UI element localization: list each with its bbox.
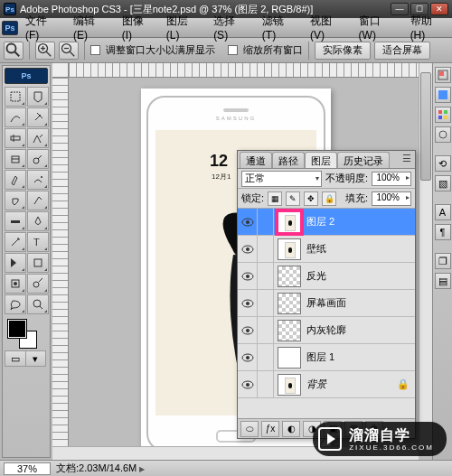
tab-history[interactable]: 历史记录 <box>337 152 390 168</box>
link-column[interactable] <box>258 317 274 344</box>
resize-window-checkbox[interactable] <box>90 45 100 55</box>
layer-row[interactable]: 背景🔒 <box>238 371 415 398</box>
fill-input[interactable]: 100% <box>372 191 411 206</box>
doc-size-label[interactable]: 文档:2.03M/14.6M <box>56 462 145 475</box>
layer-thumbnail[interactable] <box>278 211 301 233</box>
menu-image[interactable]: 图像(I) <box>117 12 159 43</box>
opacity-input[interactable]: 100% <box>372 172 411 186</box>
lock-pixels-icon[interactable]: ✎ <box>286 191 300 206</box>
dock-paragraph-icon[interactable]: ¶ <box>435 224 451 240</box>
layer-thumbnail[interactable] <box>278 320 301 341</box>
quickmask-toggle[interactable]: ▭▾ <box>5 350 46 367</box>
dock-history-icon[interactable]: ⟲ <box>435 155 451 172</box>
visibility-toggle[interactable] <box>238 317 258 344</box>
visibility-toggle[interactable] <box>238 263 258 290</box>
menu-window[interactable]: 窗口(W) <box>353 12 403 43</box>
foreground-swatch[interactable] <box>8 320 26 338</box>
lock-all-icon[interactable]: 🔒 <box>322 191 336 206</box>
layer-name[interactable]: 壁纸 <box>305 242 415 256</box>
zoom-tool[interactable] <box>27 294 49 314</box>
crop-tool[interactable] <box>5 128 26 148</box>
layer-fx-icon[interactable]: ƒx <box>261 421 279 437</box>
zoom-tool-preset[interactable] <box>4 42 24 60</box>
layer-row[interactable]: 反光 <box>238 263 415 290</box>
layer-row[interactable]: 内灰轮廓 <box>238 317 415 344</box>
visibility-toggle[interactable] <box>238 371 258 398</box>
layer-name[interactable]: 图层 2 <box>305 215 415 229</box>
slice-tool[interactable] <box>27 128 49 148</box>
menu-select[interactable]: 选择(S) <box>208 12 255 43</box>
brush-tool[interactable] <box>27 149 49 169</box>
path-select-tool[interactable] <box>5 253 26 273</box>
ruler-origin[interactable] <box>52 63 69 78</box>
layer-row[interactable]: 图层 1 <box>238 344 415 371</box>
link-column[interactable] <box>258 236 274 263</box>
scrollbar-thumb[interactable] <box>420 72 431 181</box>
visibility-toggle[interactable] <box>238 290 258 317</box>
menu-edit[interactable]: 编辑(E) <box>68 12 115 43</box>
lock-position-icon[interactable]: ✥ <box>304 191 318 206</box>
lock-transparency-icon[interactable]: ▦ <box>268 191 282 206</box>
dock-navigator-icon[interactable] <box>435 67 451 83</box>
eraser-tool[interactable] <box>5 191 26 210</box>
layer-row[interactable]: 壁纸 <box>238 236 415 263</box>
layer-thumbnail[interactable] <box>278 374 301 396</box>
tab-layers[interactable]: 图层 <box>305 152 337 168</box>
blend-mode-select[interactable]: 正常 <box>241 171 322 187</box>
scrollbar-vertical[interactable] <box>419 63 432 446</box>
magic-wand-tool[interactable] <box>27 107 49 127</box>
dock-color-icon[interactable] <box>435 87 451 103</box>
history-brush-tool[interactable] <box>27 170 49 190</box>
pen-tool[interactable] <box>5 232 26 252</box>
dock-layers-icon[interactable]: ❐ <box>435 253 451 269</box>
zoom-field[interactable]: 37% <box>4 462 51 475</box>
gradient-tool[interactable] <box>27 191 49 210</box>
panel-menu-icon[interactable]: ☰ <box>399 151 415 168</box>
move-tool[interactable] <box>27 87 49 107</box>
layer-thumbnail[interactable] <box>278 293 301 314</box>
layer-thumbnail[interactable] <box>278 266 301 287</box>
visibility-toggle[interactable] <box>238 236 258 263</box>
layer-name[interactable]: 背景 <box>305 378 397 391</box>
link-column[interactable] <box>258 209 274 236</box>
layers-panel[interactable]: 通道 路径 图层 历史记录 ☰ 正常 不透明度: 100% 锁定: ▦ ✎ ✥ … <box>237 150 416 439</box>
layer-row[interactable]: 屏幕画面 <box>238 290 415 317</box>
layer-thumbnail[interactable] <box>278 347 301 369</box>
blur-tool[interactable] <box>5 211 26 231</box>
layer-row[interactable]: 图层 2 <box>238 209 415 236</box>
actual-pixels-button[interactable]: 实际像素 <box>315 42 371 60</box>
dock-character-icon[interactable]: A <box>435 204 451 220</box>
ruler-vertical[interactable] <box>52 78 69 460</box>
dock-swatches-icon[interactable] <box>435 107 451 123</box>
lasso-tool[interactable] <box>5 107 26 127</box>
layer-name[interactable]: 图层 1 <box>305 350 415 364</box>
app-icon-small[interactable]: Ps <box>2 21 18 35</box>
link-column[interactable] <box>258 371 274 398</box>
menu-file[interactable]: 文件(F) <box>20 12 66 43</box>
tab-channels[interactable]: 通道 <box>240 152 272 168</box>
marquee-tool[interactable] <box>5 87 26 107</box>
fit-screen-button[interactable]: 适合屏幕 <box>374 42 430 60</box>
menu-filter[interactable]: 滤镜(T) <box>257 12 303 43</box>
zoom-all-checkbox[interactable] <box>228 45 238 55</box>
link-column[interactable] <box>258 344 274 371</box>
link-column[interactable] <box>258 290 274 317</box>
hand-tool[interactable] <box>5 294 26 314</box>
dock-actions-icon[interactable]: ▧ <box>435 175 451 191</box>
dock-layercomps-icon[interactable]: ▤ <box>435 273 451 289</box>
menu-layer[interactable]: 图层(L) <box>161 12 206 43</box>
visibility-toggle[interactable] <box>238 344 258 371</box>
menu-view[interactable]: 视图(V) <box>305 12 352 43</box>
tab-paths[interactable]: 路径 <box>272 152 305 168</box>
color-swatches[interactable] <box>5 318 48 349</box>
menu-help[interactable]: 帮助(H) <box>405 12 452 43</box>
link-column[interactable] <box>258 263 274 290</box>
stamp-tool[interactable] <box>5 170 26 190</box>
link-layers-icon[interactable]: ⬭ <box>240 421 259 437</box>
layer-thumbnail[interactable] <box>278 238 301 260</box>
layer-mask-icon[interactable]: ◐ <box>282 421 300 437</box>
layer-name[interactable]: 反光 <box>305 269 415 283</box>
shape-tool[interactable] <box>27 253 49 273</box>
notes-tool[interactable] <box>5 274 26 294</box>
ruler-horizontal[interactable] <box>69 63 432 78</box>
